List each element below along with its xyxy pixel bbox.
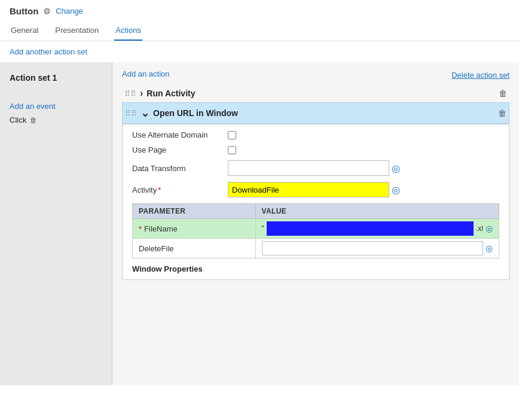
- activity-row: Activity* ◎: [132, 182, 499, 197]
- event-label: Click: [10, 115, 26, 124]
- drag-handle-run-activity[interactable]: ⠿⠿: [124, 89, 136, 98]
- left-panel: Action set 1 Add an event Click 🗑: [0, 62, 112, 385]
- trash-icon[interactable]: 🗑: [30, 116, 37, 124]
- delete-action-set-link[interactable]: Delete action set: [451, 71, 509, 80]
- activity-control: ◎: [228, 182, 499, 197]
- event-item-click: Click 🗑: [0, 113, 112, 127]
- drag-handle-open-url[interactable]: ⠿⠿: [125, 109, 137, 118]
- use-alternate-domain-control: [228, 131, 499, 139]
- deletefile-cell: DeleteFile: [133, 239, 256, 258]
- use-alternate-domain-label: Use Alternate Domain: [132, 130, 228, 139]
- activity-target-icon[interactable]: ◎: [392, 184, 400, 196]
- use-alternate-domain-checkbox[interactable]: [228, 131, 236, 139]
- chevron-down-icon[interactable]: ⌄: [141, 106, 149, 120]
- deletefile-value-cell: ◎: [255, 239, 499, 258]
- gear-icon: ⚙: [43, 7, 51, 16]
- run-activity-row: ⠿⠿ › Run Activity 🗑: [122, 84, 509, 102]
- right-panel: Delete action set Add an action ⠿⠿ › Run…: [112, 62, 519, 385]
- page-title: Button ⚙ Change: [10, 6, 509, 16]
- data-transform-control: ◎: [228, 160, 499, 176]
- right-content: Add an action ⠿⠿ › Run Activity 🗑 ⠿⠿ ⌄ O…: [112, 62, 519, 287]
- use-page-row: Use Page: [132, 145, 499, 154]
- value-header: VALUE: [255, 204, 499, 219]
- param-name-filename: FileName: [144, 224, 178, 233]
- delete-run-activity-icon[interactable]: 🗑: [499, 89, 507, 98]
- deletefile-target-icon[interactable]: ◎: [486, 244, 493, 253]
- change-link[interactable]: Change: [56, 7, 83, 16]
- open-url-label: Open URL in Window: [153, 108, 494, 118]
- filename-redacted-value: [267, 221, 474, 236]
- activity-input[interactable]: [228, 182, 389, 197]
- data-transform-row: Data Transform ◎: [132, 160, 499, 176]
- table-row: * FileName " .xl ◎: [133, 219, 499, 239]
- add-action-set-bar: Add another action set: [0, 41, 519, 62]
- params-table: PARAMETER VALUE * FileName: [132, 203, 499, 258]
- tab-actions[interactable]: Actions: [114, 22, 142, 41]
- tab-presentation[interactable]: Presentation: [54, 22, 100, 41]
- left-events: Add an event Click 🗑: [0, 93, 112, 133]
- tab-general[interactable]: General: [10, 22, 39, 41]
- deletefile-value-input[interactable]: [262, 241, 483, 255]
- table-row: DeleteFile ◎: [133, 239, 499, 258]
- add-action-set-link[interactable]: Add another action set: [10, 47, 87, 56]
- action-detail-panel: Use Alternate Domain Use Page Data Trans…: [122, 124, 509, 280]
- param-name-deletefile: DeleteFile: [139, 244, 174, 253]
- filename-target-icon[interactable]: ◎: [486, 224, 493, 233]
- window-properties-title: Window Properties: [132, 264, 499, 273]
- use-page-checkbox[interactable]: [228, 146, 236, 154]
- filename-cell: * FileName: [133, 219, 256, 239]
- use-page-control: [228, 146, 499, 154]
- add-event-link[interactable]: Add an event: [0, 99, 112, 113]
- open-url-row: ⠿⠿ ⌄ Open URL in Window 🗑: [122, 102, 509, 124]
- header: Button ⚙ Change General Presentation Act…: [0, 0, 519, 41]
- chevron-right-icon[interactable]: ›: [140, 88, 143, 99]
- add-action-link[interactable]: Add an action: [122, 69, 170, 78]
- main-container: Action set 1 Add an event Click 🗑 Delete…: [0, 62, 519, 385]
- filename-value-cell: " .xl ◎: [255, 219, 499, 239]
- element-type-label: Button: [10, 6, 38, 16]
- data-transform-label: Data Transform: [132, 164, 228, 173]
- param-header: PARAMETER: [133, 204, 256, 219]
- delete-open-url-icon[interactable]: 🗑: [498, 108, 506, 118]
- required-indicator: *: [139, 224, 142, 233]
- run-activity-label: Run Activity: [146, 89, 495, 98]
- action-set-label: Action set 1: [0, 62, 112, 93]
- data-transform-target-icon[interactable]: ◎: [392, 163, 400, 174]
- use-alternate-domain-row: Use Alternate Domain: [132, 130, 499, 139]
- tab-bar: General Presentation Actions: [0, 19, 519, 41]
- activity-label: Activity*: [132, 185, 228, 194]
- use-page-label: Use Page: [132, 145, 228, 154]
- data-transform-input[interactable]: [228, 160, 389, 176]
